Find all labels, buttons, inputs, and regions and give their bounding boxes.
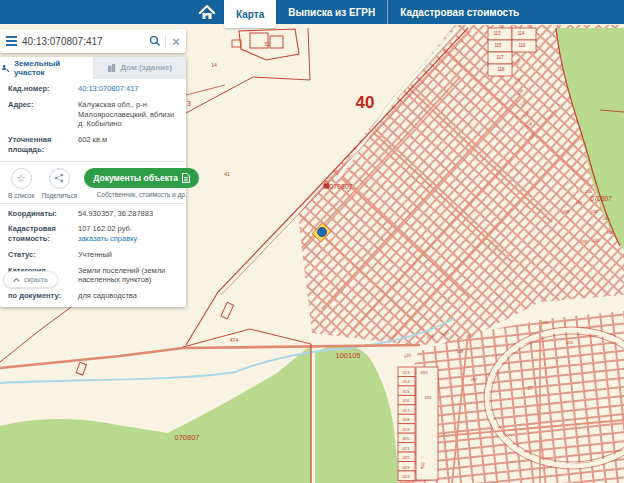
field-permitted-use: по документу: для садоводства [0,288,186,304]
map-label: 423 [403,465,411,470]
field-label: по документу: [8,291,78,301]
map-label: 27 [527,386,533,391]
star-icon: ☆ [16,172,26,185]
tab-land-parcel[interactable]: Земельный участок [0,57,93,79]
document-icon [182,173,190,183]
map-label: 158 [591,209,598,214]
field-label: Кад.номер: [8,84,78,94]
map-label: 424 [403,474,411,479]
hide-panel-button[interactable]: скрыть [3,271,58,288]
share-icon [54,173,64,183]
map-label: 416 [403,398,411,403]
app-window: 4031451414207080707080707080710010547411… [0,0,624,483]
close-icon: × [172,35,180,48]
object-documents-button[interactable]: Документы объекта [84,168,199,188]
map-label: 417 [403,408,411,413]
search-bar: × [0,29,186,53]
map-label: 163 [581,239,588,244]
menu-button[interactable] [0,36,22,46]
panel-fields-bottom: Координаты: 54.930357, 36.287883 Кадастр… [0,204,186,307]
map-label: 070807 [329,183,352,190]
search-input[interactable] [22,36,145,47]
map-label: 14 [211,62,217,68]
field-label: Адрес: [8,100,78,129]
field-address: Адрес: Калужская обл., р-н Малоярославец… [0,97,186,132]
map-label: 420 [403,436,411,441]
map-label: 412 [567,340,574,345]
home-icon [199,5,215,20]
field-cad-number: Кад.номер: 40:13:070807:417 [0,81,186,97]
field-label: Кадастровая стоимость: [8,224,78,244]
chevron-up-icon [13,278,20,282]
field-label: Статус: [8,250,78,260]
field-value: для садоводства [78,291,178,301]
map-label: 40 [356,93,375,112]
home-button[interactable] [190,0,224,24]
map-label: 287 [471,377,478,382]
map-label: 433 [421,370,429,375]
map-label: 415 [403,389,411,394]
parcel-search-icon [0,63,10,73]
tab-cadastral-value[interactable]: Кадастровая стоимость [387,0,531,24]
share-caption: Поделиться [41,192,77,199]
map-label: 160 [607,230,614,235]
field-label: Координаты: [8,209,78,219]
search-icon [149,35,161,47]
add-to-list-button[interactable]: ☆ [11,168,32,189]
map-label: 413 [403,370,411,375]
share-button[interactable] [49,168,70,189]
map-label: 422 [403,455,411,460]
tab-map[interactable]: Карта [224,0,276,28]
map-label: 196 [542,320,549,325]
building-icon [107,63,116,72]
map-label: 159 [603,216,610,221]
field-label: Уточненная площадь: [8,135,78,155]
map-label: 118 [497,67,505,72]
tab-egrn-extract[interactable]: Выписка из ЕГРН [276,0,387,24]
object-documents-label: Документы объекта [93,173,178,183]
map-label: 070807 [174,433,199,442]
map-label: 435 [425,395,433,400]
map-label: 421 [403,446,411,451]
tab-land-parcel-label: Земельный участок [14,59,93,77]
map-label: 070807 [590,195,612,202]
map-label: 114 [517,31,525,36]
field-coordinates: Координаты: 54.930357, 36.287883 [0,206,186,222]
actions-row: ☆ В список Поделиться Документы объекта [0,162,186,203]
map-label: 51 [264,42,270,47]
field-value: Калужская обл., р-н Малоярославецкий, вб… [78,100,178,129]
map-label: 3 [187,100,191,107]
field-value: Земли поселений (земли населенных пункто… [78,266,178,286]
panel-tabs: Земельный участок Дом (здание) [0,57,186,79]
field-area: Уточненная площадь: 602 кв.м [0,132,186,158]
field-value: 602 кв.м [78,135,178,155]
order-certificate-link[interactable]: заказать справку [78,234,178,244]
panel-fields-top: Кад.номер: 40:13:070807:417 Адрес: Калуж… [0,79,186,161]
search-button[interactable] [145,35,165,47]
map-label: 41 [224,171,230,177]
map-label: 148 [457,349,464,354]
field-value: 54.930357, 36.287883 [78,209,178,219]
clear-search-button[interactable]: × [166,35,186,48]
map-label: 418 [403,417,411,422]
map-label: 167 [576,200,583,205]
map-label: 419 [403,427,411,432]
cad-number-link[interactable]: 40:13:070807:417 [78,84,178,94]
map-label: 115 [494,43,502,48]
top-navbar: Карта Выписка из ЕГРН Кадастровая стоимо… [0,0,624,24]
field-cadastral-value: Кадастровая стоимость: 107 162.02 руб. з… [0,221,186,247]
map-label: 414 [403,379,411,384]
object-documents-caption: Собственник, стоимость и др. [97,191,187,198]
tab-building[interactable]: Дом (здание) [93,57,187,79]
map-label: 117 [496,55,504,60]
map-label: 113 [493,31,501,36]
tab-building-label: Дом (здание) [120,63,172,72]
add-to-list-caption: В список [8,192,34,199]
map-label: 156 [586,189,593,194]
map-label: 474 [230,337,239,343]
field-value: Учтенный [78,250,178,260]
map-label: 116 [518,43,526,48]
parcel-info-panel: Земельный участок Дом (здание) Кад.номер… [0,57,186,307]
map-label: 100105 [335,351,360,360]
map-label: 168 [563,209,570,214]
